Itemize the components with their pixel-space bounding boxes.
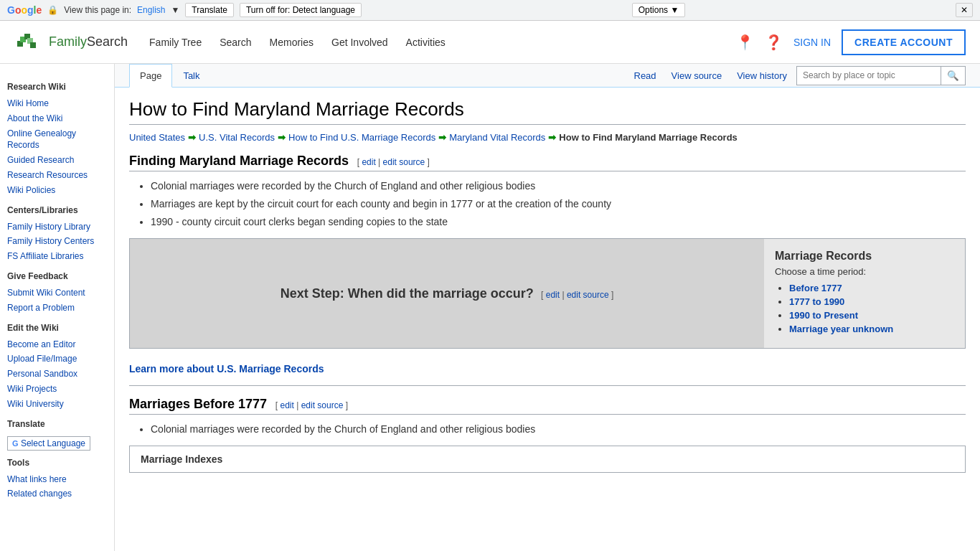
sidebar-item-wiki-projects[interactable]: Wiki Projects	[7, 382, 107, 397]
sidebar-item-online-genealogy[interactable]: Online Genealogy Records	[7, 126, 107, 154]
list-item: 1990 - county circuit court clerks began…	[151, 215, 966, 230]
sidebar-item-what-links[interactable]: What links here	[7, 472, 107, 487]
nav-activities[interactable]: Activities	[406, 37, 446, 48]
wiki-search-input[interactable]	[797, 67, 941, 84]
sidebar-item-family-history-library[interactable]: Family History Library	[7, 220, 107, 235]
svg-rect-5	[30, 42, 36, 48]
tab-page[interactable]: Page	[129, 64, 172, 88]
section1-edit-link[interactable]: edit	[362, 157, 375, 167]
page-layout: Research Wiki Wiki Home About the Wiki O…	[0, 64, 980, 551]
nav-family-tree[interactable]: Family Tree	[149, 37, 202, 48]
main-navigation: Family Tree Search Memories Get Involved…	[149, 37, 446, 48]
infobox-left: Next Step: When did the marriage occur? …	[130, 239, 764, 348]
sidebar-item-related-changes[interactable]: Related changes	[7, 486, 107, 501]
sidebar-item-about-wiki[interactable]: About the Wiki	[7, 111, 107, 126]
logo-family: Family	[49, 34, 87, 49]
wiki-read-link[interactable]: Read	[628, 65, 662, 87]
close-translate-button[interactable]: ✕	[956, 3, 973, 17]
sidebar-centers-title: Centers/Libraries	[7, 205, 107, 215]
list-item: 1990 to Present	[789, 310, 954, 321]
breadcrumb-vital-records[interactable]: U.S. Vital Records	[199, 132, 275, 143]
infobox-link-1990-present[interactable]: 1990 to Present	[789, 310, 858, 321]
infobox-link-before-1777[interactable]: Before 1777	[789, 283, 842, 293]
breadcrumb-arrow-2: ➡	[278, 132, 286, 143]
tab-talk[interactable]: Talk	[172, 64, 210, 88]
sidebar-item-report-problem[interactable]: Report a Problem	[7, 301, 107, 316]
section1-edit-links: [ edit | edit source ]	[352, 157, 430, 167]
sidebar-item-guided-research[interactable]: Guided Research	[7, 153, 107, 168]
nav-get-involved[interactable]: Get Involved	[331, 37, 388, 48]
translate-view-text: View this page in:	[64, 5, 131, 15]
wiki-tab-actions: Read View source View history 🔍	[628, 65, 966, 87]
sidebar-item-family-history-centers[interactable]: Family History Centers	[7, 234, 107, 249]
infobox-link-1777-1990[interactable]: 1777 to 1990	[789, 296, 844, 307]
sidebar-give-feedback-title: Give Feedback	[7, 271, 107, 281]
section1-title: Finding Maryland Marriage Records [ edit…	[129, 154, 966, 171]
search-icon: 🔍	[947, 70, 959, 81]
sidebar-item-upload-file[interactable]: Upload File/Image	[7, 352, 107, 367]
select-language-button[interactable]: G Select Language	[7, 436, 90, 451]
nav-memories[interactable]: Memories	[270, 37, 314, 48]
sidebar-item-wiki-policies[interactable]: Wiki Policies	[7, 183, 107, 198]
main-header: FamilySearch Family Tree Search Memories…	[0, 21, 980, 64]
sidebar-item-submit-wiki[interactable]: Submit Wiki Content	[7, 286, 107, 301]
article-body: How to Find Maryland Marriage Records Un…	[115, 88, 980, 484]
location-icon[interactable]: 📍	[736, 34, 754, 51]
options-button[interactable]: Options ▼	[632, 3, 686, 17]
turn-off-button[interactable]: Turn off for: Detect language	[240, 3, 362, 17]
sidebar-item-wiki-university[interactable]: Wiki University	[7, 397, 107, 412]
main-content: Page Talk Read View source View history …	[115, 64, 980, 551]
logo-link[interactable]: FamilySearch	[14, 28, 128, 57]
sidebar-item-become-editor[interactable]: Become an Editor	[7, 337, 107, 352]
translate-language-link[interactable]: English	[137, 5, 165, 15]
infobox-edit-source-link[interactable]: edit source	[567, 290, 609, 300]
breadcrumb-us[interactable]: United States	[129, 132, 185, 143]
breadcrumb-arrow-1: ➡	[188, 132, 196, 143]
section1-edit-source-link[interactable]: edit source	[383, 157, 425, 167]
section1-list: Colonial marriages were recorded by the …	[151, 179, 966, 230]
list-item: Marriages are kept by the circuit court …	[151, 197, 966, 212]
wiki-view-history-link[interactable]: View history	[731, 65, 793, 87]
select-language-label: Select Language	[21, 438, 85, 448]
nav-search[interactable]: Search	[220, 37, 251, 48]
wiki-search-box: 🔍	[796, 66, 966, 85]
translate-section: G Select Language	[7, 436, 107, 451]
header-right: 📍 ❓ SIGN IN CREATE ACCOUNT	[736, 29, 966, 55]
sidebar-item-fs-affiliate[interactable]: FS Affiliate Libraries	[7, 249, 107, 264]
sidebar-item-research-resources[interactable]: Research Resources	[7, 168, 107, 183]
infobox-right-subtitle: Choose a time period:	[775, 266, 954, 277]
learn-more-link[interactable]: Learn more about U.S. Marriage Records	[129, 363, 324, 375]
horizontal-rule	[129, 385, 966, 386]
sidebar-translate-title: Translate	[7, 419, 107, 429]
infobox-edit-link[interactable]: edit	[546, 290, 560, 300]
infobox-left-edit: [ edit | edit source ]	[536, 290, 613, 300]
wiki-search-button[interactable]: 🔍	[941, 67, 965, 85]
list-item: Colonial marriages were recorded by the …	[151, 422, 966, 437]
logo-text: FamilySearch	[49, 34, 128, 50]
section2-edit-source-link[interactable]: edit source	[301, 400, 344, 410]
help-icon[interactable]: ❓	[765, 34, 783, 51]
list-item: Before 1777	[789, 283, 954, 293]
sidebar-research-wiki-title: Research Wiki	[7, 82, 107, 92]
wiki-view-source-link[interactable]: View source	[666, 65, 728, 87]
marriage-indexes-title: Marriage Indexes	[141, 453, 954, 465]
infobox: Next Step: When did the marriage occur? …	[129, 238, 966, 349]
sidebar-item-wiki-home[interactable]: Wiki Home	[7, 96, 107, 111]
list-item: Marriage year unknown	[789, 324, 954, 334]
infobox-link-year-unknown[interactable]: Marriage year unknown	[789, 324, 893, 334]
sidebar-tools-title: Tools	[7, 458, 107, 468]
section2-edit-link[interactable]: edit	[280, 400, 293, 410]
breadcrumb-us-marriage[interactable]: How to Find U.S. Marriage Records	[288, 132, 435, 143]
infobox-right-title: Marriage Records	[775, 250, 954, 263]
infobox-right: Marriage Records Choose a time period: B…	[764, 239, 965, 348]
create-account-button[interactable]: CREATE ACCOUNT	[842, 29, 966, 55]
sidebar-item-personal-sandbox[interactable]: Personal Sandbox	[7, 367, 107, 382]
section2-title: Marriages Before 1777 [ edit | edit sour…	[129, 397, 966, 415]
familysearch-logo-icon	[14, 28, 43, 57]
breadcrumb-arrow-3: ➡	[438, 132, 446, 143]
breadcrumb-maryland-vital[interactable]: Maryland Vital Records	[449, 132, 545, 143]
infobox-left-content: Next Step: When did the marriage occur? …	[281, 286, 614, 301]
translate-button[interactable]: Translate	[185, 3, 234, 17]
wiki-tabs: Page Talk Read View source View history …	[115, 64, 980, 88]
sign-in-button[interactable]: SIGN IN	[793, 37, 831, 48]
